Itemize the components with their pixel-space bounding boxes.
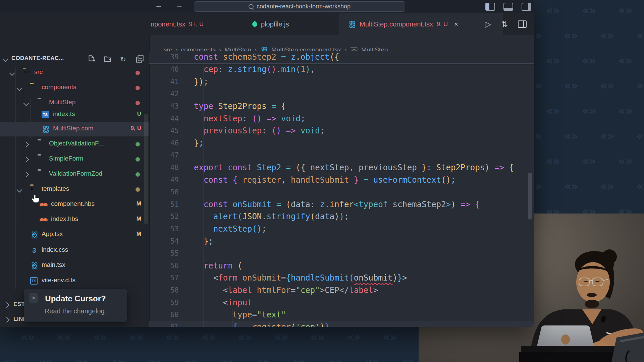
code-text: <label htmlFor="cep">CEP</label> xyxy=(194,286,378,295)
chevron-down-icon[interactable] xyxy=(23,101,29,106)
code-line-43[interactable]: 43type Step2Props = { xyxy=(149,100,534,113)
tree-item-components[interactable]: components xyxy=(0,80,149,95)
tab-plopfile-js[interactable]: plopfile.js xyxy=(242,13,339,35)
back-icon[interactable]: ← xyxy=(155,1,162,10)
code-token: ) xyxy=(305,65,310,74)
code-line-58[interactable]: 58 <label htmlFor="cep">CEP</label> xyxy=(149,284,534,297)
code-line-45[interactable]: 45 previousStep: () => void; xyxy=(149,125,534,137)
code-line-50[interactable]: 50 xyxy=(149,186,534,198)
tree-item-main-tsx[interactable]: main.tsx xyxy=(0,258,149,273)
title-bar: ← → codante-react-hook-form-workshop xyxy=(0,0,534,13)
code-token: , xyxy=(310,65,315,74)
code-token: ; xyxy=(262,224,266,234)
tree-item-index-hbs[interactable]: index.hbsM xyxy=(0,212,149,227)
code-text: return ( xyxy=(194,261,243,270)
forward-icon[interactable]: → xyxy=(176,1,183,10)
code-line-57[interactable]: 57 <form onSubmit={handleSubmit(onSubmit… xyxy=(149,272,534,284)
toggle-sidebar-icon[interactable] xyxy=(485,3,495,11)
tree-item-vite-env-d-ts[interactable]: TSvite-env.d.ts xyxy=(0,274,149,288)
code-line-42[interactable]: 42 xyxy=(149,88,534,100)
tree-item-label: ObjectValidationF... xyxy=(49,140,103,147)
split-editor-icon[interactable] xyxy=(518,20,527,28)
code-token: void xyxy=(301,126,320,135)
code-token: infer xyxy=(330,200,354,209)
chevron-down-icon[interactable] xyxy=(17,187,22,193)
code-line-40[interactable]: 40 cep: z.string().min(1), xyxy=(149,63,534,76)
line-number: 46 xyxy=(149,139,179,147)
chevron-right-icon[interactable] xyxy=(23,172,29,178)
compare-changes-icon[interactable]: ⇅ xyxy=(501,19,508,29)
toggle-secondary-sidebar-icon[interactable] xyxy=(522,3,531,11)
code-line-55[interactable]: 55 xyxy=(149,247,534,260)
code-token: : xyxy=(310,200,320,209)
line-number: 55 xyxy=(149,249,179,257)
close-tab-icon[interactable]: × xyxy=(454,20,458,28)
code-token xyxy=(194,175,204,185)
code-line-51[interactable]: 51 const onSubmit = (data: z.infer<typeo… xyxy=(149,198,534,211)
code-line-59[interactable]: 59 <input xyxy=(149,296,534,309)
code-line-49[interactable]: 49 const { register, handleSubmit } = us… xyxy=(149,174,534,186)
tree-item-index-css[interactable]: 3index.css xyxy=(0,243,149,258)
tree-item-app-tsx[interactable]: App.tsxM xyxy=(0,227,149,242)
code-token: ) xyxy=(392,273,397,283)
code-token: "text" xyxy=(257,310,286,319)
code-token: } xyxy=(417,163,427,172)
code-line-56[interactable]: 56 return ( xyxy=(149,260,534,272)
code-line-52[interactable]: 52 alert(JSON.stringify(data)); xyxy=(149,210,534,223)
indent-guide xyxy=(232,309,233,327)
code-token: Step2 xyxy=(257,163,281,172)
code-line-46[interactable]: 46}; xyxy=(149,137,534,149)
code-line-60[interactable]: 60 type="text" xyxy=(149,309,534,321)
code-token: => xyxy=(455,200,475,209)
code-token: > xyxy=(402,273,407,283)
code-text: nextStep(); xyxy=(194,224,267,234)
sidebar-scrollbar[interactable] xyxy=(144,114,148,224)
editor-scrollbar[interactable] xyxy=(528,173,532,220)
code-line-48[interactable]: 48export const Step2 = ({ nextStep, prev… xyxy=(149,162,534,174)
run-icon[interactable]: ▷ xyxy=(485,19,491,29)
code-token: < xyxy=(354,200,359,209)
code-line-61[interactable]: 61 {...register('cep')} xyxy=(149,321,534,327)
tree-item-label: index.ts xyxy=(53,110,75,118)
code-token: const xyxy=(204,200,228,209)
tree-item-label: templates xyxy=(42,185,69,192)
chevron-down-icon[interactable] xyxy=(17,85,22,91)
tree-item-src[interactable]: </>src xyxy=(0,65,149,80)
git-status-badge: 9, U xyxy=(131,125,141,132)
code-token: ( xyxy=(291,322,296,327)
sticky-scroll-line[interactable]: 39const schemaStep2 = z.object({ xyxy=(149,51,534,64)
tab-component-tsx[interactable]: nponent.tsx 9+, U xyxy=(149,13,242,35)
tree-item-index-ts[interactable]: TSindex.tsU xyxy=(0,107,149,122)
code-token: void xyxy=(281,114,301,123)
tree-item-templates[interactable]: ≡templates xyxy=(0,182,149,197)
code-line-44[interactable]: 44 nextStep: () => void; xyxy=(149,112,534,125)
notification-body[interactable]: Read the changelog. xyxy=(24,307,127,315)
code-token xyxy=(194,237,204,246)
code-line-39[interactable]: 39const schemaStep2 = z.object({ xyxy=(149,51,534,63)
tree-item-simpleform[interactable]: SimpleForm xyxy=(0,152,149,167)
command-center-search[interactable]: codante-react-hook-form-workshop xyxy=(194,1,405,12)
tree-item-validationformzod[interactable]: ValidationFormZod xyxy=(0,167,149,182)
code-token: ; xyxy=(320,126,325,135)
tree-item-component-hbs[interactable]: component.hbsM xyxy=(0,197,149,212)
tree-item-multistep-com-[interactable]: MultiStep.com...9, U xyxy=(0,122,149,136)
code-line-54[interactable]: 54 }; xyxy=(149,235,534,247)
code-line-41[interactable]: 41}); xyxy=(149,76,534,88)
code-token: 'cep' xyxy=(296,322,320,327)
code-token: = xyxy=(281,163,296,172)
code-token: ({ xyxy=(296,163,310,172)
code-editor[interactable]: 39const schemaStep2 = z.object({ 40 cep:… xyxy=(149,51,534,327)
line-number: 58 xyxy=(149,286,179,294)
toggle-panel-icon[interactable] xyxy=(503,3,513,11)
chevron-right-icon[interactable] xyxy=(23,157,29,163)
tree-item-objectvalidationf-[interactable]: ObjectValidationF... xyxy=(0,137,149,152)
code-token: () xyxy=(441,175,451,185)
code-line-53[interactable]: 53 nextStep(); xyxy=(149,223,534,235)
chevron-down-icon[interactable] xyxy=(9,70,15,76)
tab-multistep-component-tsx[interactable]: MultiStep.component.tsx 9, U × xyxy=(339,13,503,35)
line-number: 48 xyxy=(149,164,179,172)
code-token xyxy=(194,114,204,123)
line-number: 57 xyxy=(149,274,179,282)
chevron-right-icon[interactable] xyxy=(23,142,29,147)
code-line-47[interactable]: 47 xyxy=(149,149,534,162)
